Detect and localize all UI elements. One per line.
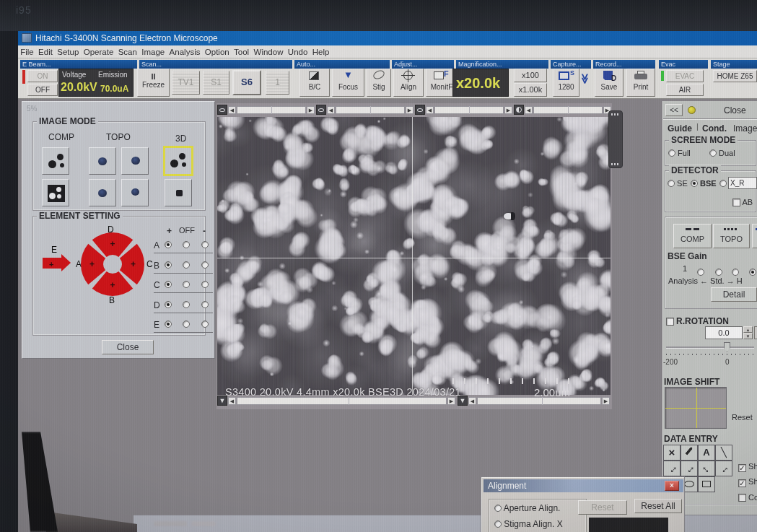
rrotation-spin-down[interactable]: ▼ <box>743 333 753 339</box>
element-b-off-radio[interactable] <box>183 261 190 269</box>
bse-gain-radio-4[interactable] <box>749 269 756 276</box>
capture-expand-chevron[interactable]: ≫ <box>579 74 591 84</box>
element-e-minus-radio[interactable] <box>201 320 209 328</box>
imode-close-button[interactable]: Close <box>102 340 154 354</box>
aperture-align-radio[interactable]: Aperture Align. <box>494 503 560 513</box>
mode-3d-button-selected[interactable] <box>163 146 193 176</box>
scan-1-button[interactable]: 1 <box>266 71 289 95</box>
element-a-off-radio[interactable] <box>183 241 190 248</box>
freeze-button[interactable]: II Freeze <box>137 69 170 97</box>
bse-gain-radio-2[interactable] <box>715 269 722 276</box>
menu-operate[interactable]: Operate <box>82 48 116 56</box>
air-button[interactable]: AIR <box>666 84 704 96</box>
element-ring-diagram[interactable]: ++++ <box>80 232 145 297</box>
element-d-minus-radio[interactable] <box>201 301 209 308</box>
rrotation-spin-up[interactable]: ▲ <box>743 326 753 333</box>
element-a-minus-radio[interactable] <box>201 241 209 248</box>
collapse-button[interactable]: << <box>665 104 683 116</box>
sem-scrollbar[interactable]: ◀▶ <box>316 105 414 115</box>
dataentry-arrow-ne-icon[interactable]: ↔ <box>681 461 698 476</box>
sem-scrollbar[interactable]: ◀▶ <box>217 105 315 115</box>
dataentry-arrow-sw-icon[interactable]: ↔ <box>698 461 715 476</box>
menu-setup[interactable]: Setup <box>55 48 81 56</box>
mode-comp-b-button[interactable] <box>42 179 69 206</box>
scan-s6-button[interactable]: S6 <box>232 70 261 95</box>
tab-image[interactable]: Image <box>733 123 757 134</box>
radio-dual[interactable]: Dual <box>709 149 735 157</box>
detector-3d-button[interactable] <box>752 224 757 248</box>
record-print-button[interactable]: Print <box>626 69 655 97</box>
image-shift-pad[interactable] <box>665 387 727 429</box>
show1-checkbox[interactable]: ✓ Sh <box>738 462 757 472</box>
sem-image[interactable] <box>217 117 611 395</box>
bse-gain-radio-1[interactable] <box>697 269 704 276</box>
element-c-minus-radio[interactable] <box>201 281 209 288</box>
mag-x1k-button[interactable]: x1.00k <box>514 83 547 97</box>
pin-icon[interactable] <box>688 106 696 114</box>
scan-tv1-button[interactable]: TV1 <box>172 71 200 95</box>
record-save-button[interactable]: D Save <box>595 69 623 97</box>
capture-button[interactable]: S 1280 <box>553 69 579 97</box>
sem-scrollbar[interactable]: ◀▶ <box>514 105 612 115</box>
menu-undo[interactable]: Undo <box>286 48 310 56</box>
radio-xr[interactable] <box>719 179 727 188</box>
dataentry-rectangle-icon[interactable] <box>698 476 715 492</box>
panel-close-button[interactable]: Close <box>724 105 746 115</box>
adjust-align-button[interactable]: Align <box>393 69 424 97</box>
menu-help[interactable]: Help <box>310 48 332 56</box>
tab-guide[interactable]: Guide <box>668 123 692 134</box>
auto-stig-button[interactable]: Stig <box>367 69 391 97</box>
dataentry-delete-icon[interactable]: × <box>663 445 681 461</box>
element-d-off-radio[interactable] <box>183 301 190 308</box>
align-reset-all-button[interactable]: Reset All <box>634 499 682 513</box>
radio-full[interactable]: Full <box>668 149 691 157</box>
mag-x100-button[interactable]: x100 <box>514 69 547 82</box>
menu-window[interactable]: Window <box>251 48 285 56</box>
align-reset-button[interactable]: Reset <box>578 500 627 515</box>
detail-button[interactable]: Detail <box>711 287 757 302</box>
menu-edit[interactable]: Edit <box>36 48 55 56</box>
dataentry-pen-icon[interactable] <box>681 445 698 461</box>
element-c-plus-radio[interactable] <box>165 281 172 288</box>
beam-on-button[interactable]: ON <box>27 70 58 82</box>
sem-scrollbar[interactable]: ◀▶ <box>415 105 513 115</box>
menu-tool[interactable]: Tool <box>232 48 251 56</box>
xr-field[interactable]: X_R <box>728 177 757 189</box>
mode-topo-d-button[interactable] <box>121 179 149 206</box>
element-a-plus-radio[interactable] <box>165 241 172 248</box>
stage-home-button[interactable]: HOME Z65 <box>713 70 757 82</box>
show2-checkbox[interactable]: ✓ Sh <box>738 477 757 487</box>
element-e-plus-radio[interactable] <box>165 320 172 328</box>
ab-checkbox[interactable]: AB <box>732 198 753 206</box>
element-c-off-radio[interactable] <box>183 281 190 288</box>
scan-s1-button[interactable]: S1 <box>203 71 229 95</box>
menu-file[interactable]: File <box>18 48 36 56</box>
radio-se[interactable]: SE <box>668 179 688 188</box>
alignment-close-button[interactable]: × <box>665 481 679 491</box>
mode-comp-a-button[interactable] <box>42 147 69 175</box>
evac-button[interactable]: EVAC <box>666 70 704 82</box>
sem-side-widget[interactable] <box>608 110 623 168</box>
auto-bc-button[interactable]: B/C <box>299 69 330 97</box>
alignment-dialog-titlebar[interactable]: Alignment <box>483 479 683 492</box>
dataentry-text-icon[interactable]: A <box>698 445 715 461</box>
detector-topo-button[interactable]: TOPO <box>713 224 750 248</box>
dataentry-line-icon[interactable]: ╲ <box>715 445 732 461</box>
mode-topo-c-button[interactable] <box>89 179 116 206</box>
tab-cond[interactable]: Cond. <box>702 123 727 134</box>
dataentry-arrow-se-icon[interactable]: ↔ <box>715 461 732 476</box>
mode-3d-b-button[interactable] <box>165 179 192 206</box>
color-checkbox[interactable]: Col <box>738 493 757 502</box>
element-b-plus-radio[interactable] <box>165 261 172 269</box>
dataentry-arrow-nw-icon[interactable]: ↔ <box>663 461 681 476</box>
rrotation-checkbox[interactable]: R.ROTATION <box>666 316 729 326</box>
auto-focus-button[interactable]: ▼ Focus <box>332 69 364 97</box>
mode-topo-b-button[interactable] <box>121 147 149 175</box>
stigma-align-x-radio[interactable]: Stigma Align. X <box>494 519 563 529</box>
rrotation-value[interactable]: 0.0 <box>705 326 743 339</box>
rrotation-slider-thumb[interactable] <box>724 342 730 352</box>
image-shift-reset[interactable]: Reset <box>732 413 753 422</box>
menu-option[interactable]: Option <box>203 48 232 56</box>
rrotation-slider-track[interactable] <box>666 346 754 349</box>
menu-analysis[interactable]: Analysis <box>167 48 202 56</box>
